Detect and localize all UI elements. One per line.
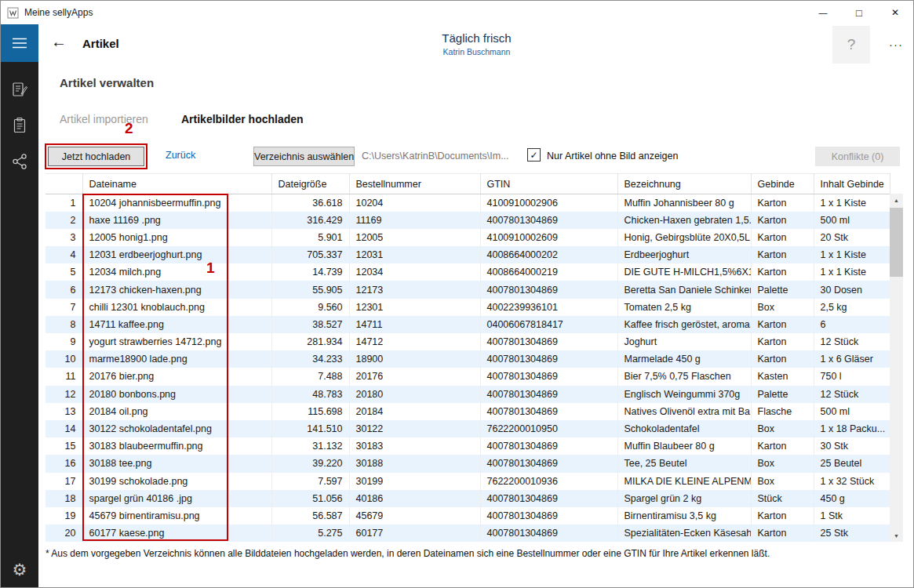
scroll-down-arrow-icon[interactable]: ▼	[890, 529, 903, 542]
conflicts-button[interactable]: Konflikte (0)	[815, 147, 900, 166]
app-window: Meine sellyApps — □ ✕	[0, 0, 914, 588]
cell-dateiname: 30122 schokoladentafel.png	[82, 420, 271, 437]
table-row[interactable]: 1320184 oil.png115.698201844007801304869…	[46, 403, 890, 420]
table-row[interactable]: 2060177 kaese.png5.275601774007801304869…	[46, 524, 890, 542]
help-button[interactable]: ?	[832, 26, 870, 64]
table-row[interactable]: 1530183 blaubeermuffin.png31.13230183400…	[46, 437, 890, 455]
column-header-dateigroesse[interactable]: Dateigröße	[271, 174, 349, 194]
filter-no-image-checkbox[interactable]: ✓	[527, 148, 541, 162]
table-row[interactable]: 9yogurt strawberries 14712.png281.934147…	[46, 333, 890, 350]
sidebar-item-connections[interactable]	[1, 143, 38, 180]
title-bar: Meine sellyApps — □ ✕	[1, 1, 913, 24]
cell-gtin: 4007801304869	[480, 437, 617, 455]
back-link[interactable]: Zurück	[166, 150, 195, 161]
cell-bezeichnung: Birnentiramisu 3,5 kg	[617, 507, 751, 524]
minimize-button[interactable]: —	[805, 1, 841, 24]
cell-bezeichnung: Honig, Gebirgsblüte 20X0,5L	[617, 229, 751, 246]
table-row[interactable]: 814711 kaffee.png38.52714711040060678184…	[46, 316, 890, 333]
cell-dateiname: 12034 milch.png	[82, 263, 271, 281]
column-header-gebinde[interactable]: Gebinde	[751, 174, 814, 194]
cell-gebinde: Karton	[751, 194, 814, 212]
settings-gear-icon[interactable]: ⚙	[1, 554, 38, 586]
cell-row-number: 1	[46, 194, 82, 212]
cell-bezeichnung: Spezialitäten-Ecken Käsesahne	[617, 524, 751, 542]
maximize-button[interactable]: □	[841, 1, 877, 24]
cell-bestellnummer: 30199	[349, 473, 480, 490]
column-header-dateiname[interactable]: Dateiname	[82, 174, 271, 194]
cell-bestellnummer: 20180	[349, 386, 480, 403]
cell-dateigroesse: 36.618	[271, 194, 349, 212]
cell-dateiname: 10204 johannisbeermuffin.png	[82, 194, 271, 212]
table-row[interactable]: 1630188 tee.png39.220301884007801304869T…	[46, 455, 890, 472]
table-row[interactable]: 1120176 bier.png7.488201764007801304869B…	[46, 368, 890, 385]
scroll-up-arrow-icon[interactable]: ▲	[890, 194, 903, 206]
scrollbar-thumb[interactable]	[890, 208, 903, 277]
cell-dateigroesse: 39.220	[271, 455, 349, 472]
cell-row-number: 19	[46, 507, 82, 524]
table-row[interactable]: 312005 honig1.png5.901120054100910002609…	[46, 229, 890, 246]
column-header-inhalt-gebinde[interactable]: Inhalt Gebinde	[814, 174, 890, 194]
table-row[interactable]: 412031 erdbeerjoghurt.png705.33712031400…	[46, 246, 890, 263]
tab-artikel-importieren[interactable]: Artikel importieren	[60, 113, 148, 125]
cell-dateigroesse: 7.488	[271, 368, 349, 385]
table-body: 110204 johannisbeermuffin.png36.61810204…	[46, 194, 890, 543]
cell-dateigroesse: 5.275	[271, 524, 349, 542]
articles-table-container: Dateiname Dateigröße Bestellnummer GTIN …	[46, 173, 890, 542]
table-row[interactable]: 10marme18900 lade.png34.2331890040078013…	[46, 350, 890, 368]
sidebar-item-articles[interactable]	[1, 107, 38, 143]
close-button[interactable]: ✕	[877, 1, 913, 24]
cell-inhalt-gebinde: 12 Stück	[814, 333, 890, 350]
cell-row-number: 8	[46, 316, 82, 333]
cell-gtin: 4007801304869	[480, 386, 617, 403]
cell-bestellnummer: 10204	[349, 194, 480, 212]
cell-gtin: 4007801304869	[480, 455, 617, 472]
column-header-bezeichnung[interactable]: Bezeichnung	[617, 174, 751, 194]
table-row[interactable]: 2haxe 11169 .png316.42911169400780130486…	[46, 212, 890, 229]
column-header-gtin[interactable]: GTIN	[480, 174, 617, 194]
upload-now-button[interactable]: Jetzt hochladen	[48, 147, 144, 166]
more-options-button[interactable]: ···	[882, 34, 910, 53]
cell-bestellnummer: 14711	[349, 316, 480, 333]
cell-row-number: 18	[46, 490, 82, 507]
cell-gebinde: Stück	[751, 490, 814, 507]
cell-dateiname: 30183 blaubeermuffin.png	[82, 437, 271, 455]
cell-bezeichnung: DIE GUTE H-MILCH1,5%6X1L...	[617, 263, 751, 281]
table-row[interactable]: 18spargel grün 40186 .jpg51.056401864007…	[46, 490, 890, 507]
table-row[interactable]: 512034 milch.png14.739120344008664000219…	[46, 263, 890, 281]
cell-bestellnummer: 12005	[349, 229, 480, 246]
cell-row-number: 16	[46, 455, 82, 472]
cell-dateigroesse: 7.597	[271, 473, 349, 490]
sidebar-item-orders[interactable]	[1, 71, 38, 107]
cell-row-number: 10	[46, 350, 82, 368]
cell-dateiname: 30188 tee.png	[82, 455, 271, 472]
cell-bezeichnung: Muffin Johannisbeer 80 g	[617, 194, 751, 212]
cell-bestellnummer: 20184	[349, 403, 480, 420]
tab-artikelbilder-hochladen[interactable]: Artikelbilder hochladen	[181, 113, 304, 125]
table-row[interactable]: 7chilli 12301 knoblauch.png9.56012301400…	[46, 299, 890, 316]
cell-inhalt-gebinde: 25 Stk	[814, 524, 890, 542]
cell-gtin: 4007801304869	[480, 368, 617, 385]
column-header-bestellnummer[interactable]: Bestellnummer	[349, 174, 480, 194]
help-icon: ?	[847, 36, 856, 53]
table-row[interactable]: 1730199 schokolade.png7.5973019976222000…	[46, 473, 890, 490]
hamburger-menu-button[interactable]	[1, 24, 38, 62]
cell-dateigroesse: 316.429	[271, 212, 349, 229]
column-header-row-number	[46, 174, 82, 194]
choose-directory-button[interactable]: Verzeichnis auswählen	[253, 147, 355, 166]
table-row[interactable]: 110204 johannisbeermuffin.png36.61810204…	[46, 194, 890, 212]
table-row[interactable]: 612173 chicken-haxen.png55.9051217340078…	[46, 281, 890, 298]
table-row[interactable]: 1430122 schokoladentafel.png141.51030122…	[46, 420, 890, 437]
cell-inhalt-gebinde: 1 x 6 Gläser	[814, 350, 890, 368]
cell-bezeichnung: Schokoladentafel	[617, 420, 751, 437]
cell-bestellnummer: 12034	[349, 263, 480, 281]
cell-inhalt-gebinde: 450 g	[814, 490, 890, 507]
cell-dateiname: 45679 birnentiramisu.png	[82, 507, 271, 524]
vertical-scrollbar[interactable]: ▲ ▼	[890, 194, 903, 542]
table-row[interactable]: 1220180 bonbons.png48.783201804007801304…	[46, 386, 890, 403]
cell-row-number: 20	[46, 524, 82, 542]
cell-dateigroesse: 705.337	[271, 246, 349, 263]
cell-bestellnummer: 20176	[349, 368, 480, 385]
table-row[interactable]: 1945679 birnentiramisu.png56.58745679400…	[46, 507, 890, 524]
window-title: Meine sellyApps	[24, 7, 93, 18]
cell-row-number: 6	[46, 281, 82, 298]
